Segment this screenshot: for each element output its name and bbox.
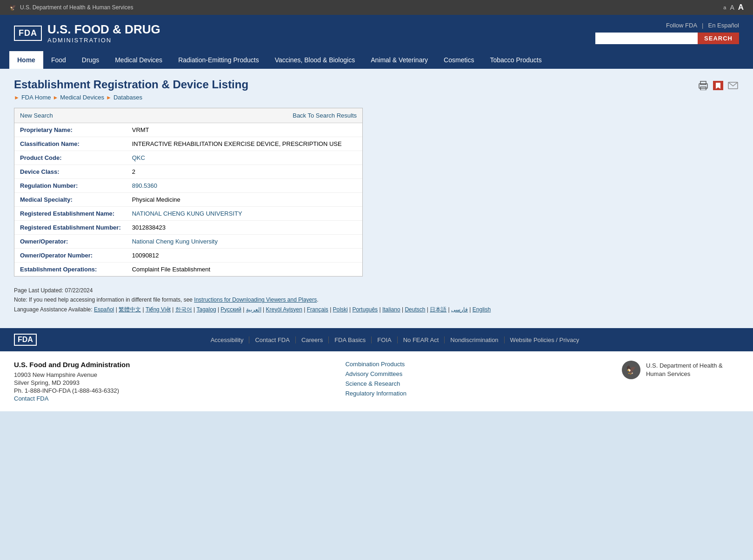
instructions-link[interactable]: Instructions for Downloading Viewers and… <box>194 296 317 303</box>
field-value: 890.5360 <box>127 179 362 193</box>
establishment-name-link[interactable]: NATIONAL CHENG KUNG UNIVERSITY <box>132 210 242 217</box>
breadcrumb-arrow-icon: ► <box>14 94 20 101</box>
lang-vietnamese[interactable]: Tiếng Việt <box>146 306 171 313</box>
field-label: Owner/Operator Number: <box>14 249 127 263</box>
footer-science-research[interactable]: Science & Research <box>345 380 406 387</box>
font-large-btn[interactable]: A <box>738 3 744 12</box>
field-label: Registered Establishment Number: <box>14 221 127 235</box>
field-value: VRMT <box>127 123 362 137</box>
lang-espanol[interactable]: Español <box>94 306 114 313</box>
lang-farsi[interactable]: فارسی <box>451 306 468 313</box>
footer-no-fear[interactable]: No FEAR Act <box>398 336 445 343</box>
lang-german[interactable]: Deutsch <box>405 306 425 313</box>
field-value: Complaint File Establishment <box>127 263 362 277</box>
nav-medical-devices[interactable]: Medical Devices <box>107 51 170 69</box>
fda-header-right: Follow FDA | En Español SEARCH <box>595 22 739 44</box>
footer-fda-basics[interactable]: FDA Basics <box>329 336 372 343</box>
table-row: Device Class: 2 <box>14 165 362 179</box>
breadcrumb-fda-home[interactable]: FDA Home <box>21 94 51 101</box>
last-updated: Page Last Updated: 07/22/2024 <box>14 286 739 295</box>
follow-fda-link[interactable]: Follow FDA <box>666 22 697 29</box>
footer-accessibility[interactable]: Accessibility <box>205 336 250 343</box>
breadcrumb-arrow-icon-3: ► <box>106 94 112 101</box>
field-value: 3012838423 <box>127 221 362 235</box>
field-value: Physical Medicine <box>127 193 362 207</box>
table-row: Establishment Operations: Complaint File… <box>14 263 362 277</box>
fda-title-sub: ADMINISTRATION <box>47 37 160 44</box>
note-text: Note: If you need help accessing informa… <box>14 295 739 304</box>
footer-combination-products[interactable]: Combination Products <box>345 361 406 368</box>
table-row: Product Code: QKC <box>14 151 362 165</box>
gov-bar-right[interactable]: a A A <box>723 3 744 12</box>
page-footer-info: Page Last Updated: 07/22/2024 Note: If y… <box>14 286 739 314</box>
fda-logo: FDA <box>14 26 42 41</box>
footer-foia[interactable]: FOIA <box>372 336 397 343</box>
lang-french[interactable]: Français <box>307 306 328 313</box>
en-espanol-link[interactable]: En Español <box>708 22 740 29</box>
page-icons[interactable] <box>697 80 739 91</box>
fda-header-links[interactable]: Follow FDA | En Español <box>666 22 739 29</box>
product-code-link[interactable]: QKC <box>132 154 145 161</box>
nav-radiation[interactable]: Radiation-Emitting Products <box>170 51 267 69</box>
table-row: Owner/Operator Number: 10090812 <box>14 249 362 263</box>
field-value: NATIONAL CHENG KUNG UNIVERSITY <box>127 207 362 221</box>
table-row: Regulation Number: 890.5360 <box>14 179 362 193</box>
lang-italian[interactable]: Italiano <box>382 306 400 313</box>
footer-contact-fda[interactable]: Contact FDA <box>249 336 295 343</box>
lang-portuguese[interactable]: Português <box>352 306 378 313</box>
owner-operator-link[interactable]: National Cheng Kung University <box>132 238 218 245</box>
nav-food[interactable]: Food <box>43 51 74 69</box>
field-value: QKC <box>127 151 362 165</box>
nav-cosmetics[interactable]: Cosmetics <box>436 51 482 69</box>
new-search-link[interactable]: New Search <box>20 112 53 119</box>
search-button[interactable]: SEARCH <box>698 33 739 44</box>
breadcrumb: ► FDA Home ► Medical Devices ► Databases <box>14 94 248 101</box>
lang-arabic[interactable]: العربية <box>246 306 261 313</box>
lang-chinese[interactable]: 繁體中文 <box>119 306 141 313</box>
footer-careers[interactable]: Careers <box>296 336 329 343</box>
lang-polish[interactable]: Polski <box>333 306 348 313</box>
bottom-footer-middle: Combination Products Advisory Committees… <box>345 361 406 400</box>
breadcrumb-databases[interactable]: Databases <box>113 94 142 101</box>
footer-address1: 10903 New Hampshire Avenue <box>14 371 130 378</box>
bottom-footer: U.S. Food and Drug Administration 10903 … <box>0 351 753 411</box>
fda-footer-bar: FDA Accessibility Contact FDA Careers FD… <box>0 328 753 351</box>
lang-haitian[interactable]: Kreyòl Ayisyen <box>266 306 302 313</box>
lang-russian[interactable]: Русский <box>220 306 241 313</box>
footer-regulatory-info[interactable]: Regulatory Information <box>345 390 406 397</box>
field-label: Classification Name: <box>14 137 127 151</box>
font-medium-btn[interactable]: A <box>730 4 734 11</box>
field-label: Owner/Operator: <box>14 235 127 249</box>
lang-tagalog[interactable]: Tagalog <box>197 306 216 313</box>
main-content: Establishment Registration & Device List… <box>0 69 753 328</box>
bookmark-button[interactable] <box>713 81 723 90</box>
nav-animal[interactable]: Animal & Veterinary <box>363 51 436 69</box>
fda-header: FDA U.S. FOOD & DRUG ADMINISTRATION Foll… <box>0 15 753 51</box>
fda-title-main: U.S. FOOD & DRUG <box>47 22 160 37</box>
table-row: Proprietary Name: VRMT <box>14 123 362 137</box>
lang-japanese[interactable]: 日本語 <box>430 306 446 313</box>
fda-title: U.S. FOOD & DRUG ADMINISTRATION <box>47 22 160 44</box>
footer-advisory-committees[interactable]: Advisory Committees <box>345 370 406 377</box>
nav-drugs[interactable]: Drugs <box>74 51 107 69</box>
back-to-results-link[interactable]: Back To Search Results <box>293 112 357 119</box>
nav-vaccines[interactable]: Vaccines, Blood & Biologics <box>267 51 363 69</box>
footer-website-policies[interactable]: Website Policies / Privacy <box>505 336 585 343</box>
hhs-eagle-icon: 🦅 <box>9 4 16 11</box>
footer-contact-link[interactable]: Contact FDA <box>14 395 48 402</box>
bottom-footer-right: 🦅 U.S. Department of Health & Human Serv… <box>622 361 739 379</box>
search-area[interactable]: SEARCH <box>595 33 739 44</box>
footer-nondiscrimination[interactable]: Nondiscrimination <box>445 336 504 343</box>
breadcrumb-medical-devices[interactable]: Medical Devices <box>60 94 104 101</box>
nav-tobacco[interactable]: Tobacco Products <box>482 51 549 69</box>
gov-bar-left: 🦅 U.S. Department of Health & Human Serv… <box>9 4 133 11</box>
font-small-btn[interactable]: a <box>723 5 726 10</box>
search-input[interactable] <box>595 33 698 44</box>
lang-english[interactable]: English <box>473 306 491 313</box>
nav-home[interactable]: Home <box>9 51 43 69</box>
print-button[interactable] <box>697 80 709 91</box>
regulation-number-link[interactable]: 890.5360 <box>132 182 157 189</box>
lang-korean[interactable]: 한국어 <box>175 306 192 313</box>
email-button[interactable] <box>727 80 739 91</box>
field-label: Product Code: <box>14 151 127 165</box>
